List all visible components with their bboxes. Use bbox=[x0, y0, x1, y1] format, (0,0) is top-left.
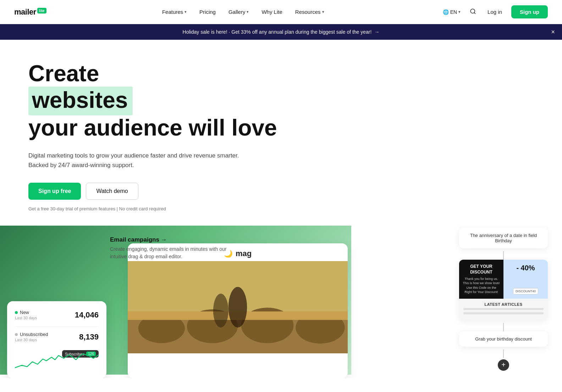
birthday-email-text: Grab your birthday discount bbox=[465, 336, 542, 342]
chevron-down-icon: ▾ bbox=[184, 10, 187, 14]
automation-connector-3 bbox=[503, 349, 504, 358]
hero-signup-button[interactable]: Sign up free bbox=[28, 183, 81, 200]
sparkline-chart bbox=[15, 348, 99, 370]
chart-area: Subscribes 126 bbox=[15, 348, 99, 370]
unsub-value: 8,139 bbox=[79, 332, 99, 342]
automation-connector-2 bbox=[503, 323, 504, 331]
navigation: mailer lite Features ▾ Pricing Gallery ▾… bbox=[0, 0, 562, 24]
hero-tagline: Digital marketing tools to grow your aud… bbox=[28, 151, 255, 170]
nav-features[interactable]: Features ▾ bbox=[156, 6, 192, 18]
svg-line-1 bbox=[474, 12, 475, 13]
logo-badge: lite bbox=[37, 8, 46, 13]
language-selector[interactable]: 🌐 EN ▾ bbox=[440, 7, 463, 17]
banner-arrow: → bbox=[374, 29, 379, 35]
promo-banner: Holiday sale is here! · Get 33% off any … bbox=[0, 24, 562, 40]
signup-button[interactable]: Sign up bbox=[511, 5, 548, 18]
chevron-down-icon: ▾ bbox=[458, 10, 461, 14]
nav-gallery[interactable]: Gallery ▾ bbox=[223, 6, 255, 18]
articles-line-2 bbox=[463, 312, 544, 314]
add-step-button[interactable]: + bbox=[498, 359, 509, 371]
hero-section: Create websites your audience will love … bbox=[0, 40, 562, 211]
discount-right-panel: - 40% DISCOUNT40 bbox=[503, 260, 548, 299]
discount-top: GET YOUR DISCOUNT Thank you for being us… bbox=[459, 260, 548, 299]
discount-card: GET YOUR DISCOUNT Thank you for being us… bbox=[459, 260, 548, 320]
email-campaigns-title[interactable]: Email campaigns → bbox=[110, 236, 231, 243]
new-value: 14,046 bbox=[75, 310, 99, 320]
nav-resources[interactable]: Resources ▾ bbox=[290, 6, 330, 18]
email-campaigns-desc: Create engaging, dynamic emails in minut… bbox=[110, 245, 231, 260]
logo-text: mailer bbox=[14, 7, 36, 17]
logo[interactable]: mailer lite bbox=[14, 7, 46, 17]
discount-left-panel: GET YOUR DISCOUNT Thank you for being us… bbox=[459, 260, 503, 299]
discount-bottom: LATEST ARTICLES bbox=[459, 299, 548, 320]
bridge-svg bbox=[128, 261, 348, 353]
stat-unsubscribed: Unsubscribed Last 30 days 8,139 bbox=[15, 332, 99, 342]
email-campaigns-callout: Email campaigns → Create engaging, dynam… bbox=[110, 236, 231, 260]
trigger-text: The anniversary of a date in field Birth… bbox=[465, 233, 542, 243]
hero-footnote: Get a free 30-day trial of premium featu… bbox=[28, 206, 548, 211]
unsub-dot bbox=[15, 333, 18, 336]
login-button[interactable]: Log in bbox=[483, 6, 507, 18]
stat-new: New Last 30 days 14,046 bbox=[15, 310, 99, 320]
globe-icon: 🌐 bbox=[443, 9, 449, 15]
nav-pricing[interactable]: Pricing bbox=[194, 6, 221, 18]
new-dot bbox=[15, 311, 18, 314]
birthday-email-card: Grab your birthday discount bbox=[459, 331, 548, 347]
nav-links: Features ▾ Pricing Gallery ▾ Why Lite Re… bbox=[156, 6, 330, 18]
svg-point-9 bbox=[213, 294, 228, 327]
hero-showcase: New Last 30 days 14,046 Unsubscribed Las… bbox=[0, 226, 562, 378]
hero-buttons: Sign up free Watch demo bbox=[28, 183, 548, 200]
svg-point-10 bbox=[228, 287, 247, 327]
articles-line-1 bbox=[463, 308, 544, 310]
nav-why-lite[interactable]: Why Lite bbox=[256, 6, 288, 18]
nav-right: 🌐 EN ▾ Log in Sign up bbox=[440, 5, 548, 18]
search-icon bbox=[470, 10, 476, 16]
banner-text: Holiday sale is here! · Get 33% off any … bbox=[183, 29, 372, 35]
chevron-down-icon: ▾ bbox=[322, 10, 324, 14]
chevron-down-icon: ▾ bbox=[247, 10, 249, 14]
dashboard-card: New Last 30 days 14,046 Unsubscribed Las… bbox=[7, 301, 106, 378]
automation-connector bbox=[503, 251, 504, 260]
banner-close-button[interactable]: × bbox=[551, 28, 555, 36]
automation-trigger-card: The anniversary of a date in field Birth… bbox=[459, 228, 548, 248]
discount-small-text: Thank you for being us. This is how we s… bbox=[463, 277, 500, 294]
hero-headline: Create websites your audience will love bbox=[28, 61, 298, 141]
search-button[interactable] bbox=[468, 6, 478, 18]
automations-panel: Automations → Send perfectly-timed and t… bbox=[459, 226, 548, 372]
email-preview-image bbox=[128, 261, 348, 353]
hero-watch-demo-button[interactable]: Watch demo bbox=[86, 183, 138, 200]
email-preview-card: 🌙 mag bbox=[128, 243, 348, 378]
